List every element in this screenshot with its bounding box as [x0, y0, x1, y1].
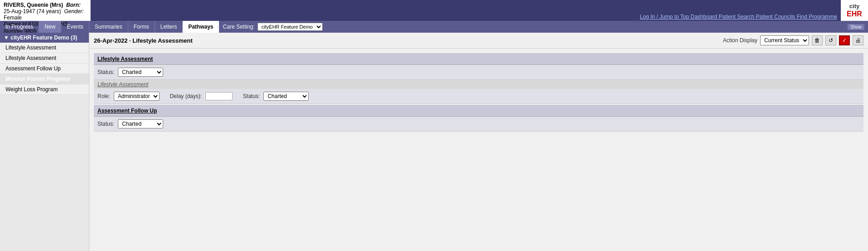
sidebar-item-label-4: Weight Loss Program — [5, 86, 58, 93]
sidebar-item-label-3: Monitor Patient Progress — [5, 76, 70, 82]
city-ehr-logo: city EHR — [841, 0, 868, 21]
sidebar-item-lifestyle-1[interactable]: Lifestyle Assessment — [0, 43, 89, 53]
section-status-row: Status: Charted Pending Cancelled — [94, 65, 863, 80]
section-lifestyle-assessment: Lifestyle Assessment Status: Charted Pen… — [94, 53, 863, 104]
show-btn-area: Show — [848, 24, 868, 30]
subsection-label: Lifestyle Assessment — [97, 81, 148, 88]
sidebar-item-label-0: Lifestyle Assessment — [5, 44, 56, 51]
show-button[interactable]: Show — [848, 24, 864, 30]
tab-in-progress[interactable]: In Progress — [0, 21, 39, 33]
sidebar-group-label: ▼ cityEHR Feature Demo (3) — [4, 34, 78, 41]
refresh-button[interactable]: ↺ — [825, 35, 836, 45]
subsection-row: Role: Administrator Nurse Doctor Delay (… — [94, 89, 863, 104]
top-nav-links[interactable]: Log In / Jump to Top Dashboard Patient S… — [94, 14, 837, 20]
born-label: Born: — [66, 2, 81, 8]
nav-bar: In Progress New Events Summaries Forms L… — [0, 21, 868, 33]
main-content: 26-Apr-2022 · Lifestyle Assessment Actio… — [89, 33, 868, 251]
section-assessment-follow-up: Assessment Follow Up Status: Charted Pen… — [94, 105, 863, 132]
top-header: RIVERS, Queenie (Mrs) Born: 25-Aug-1947 … — [0, 0, 868, 21]
subsection-status-select[interactable]: Charted Pending Cancelled — [263, 92, 309, 101]
tab-events[interactable]: Events — [61, 21, 89, 33]
delay-input[interactable] — [205, 92, 233, 100]
nav-links-text[interactable]: Log In / Jump to Top Dashboard Patient S… — [640, 14, 837, 20]
delay-label: Delay (days): — [170, 93, 202, 99]
status-label-1: Status: — [97, 69, 114, 75]
role-label: Role: — [97, 93, 110, 99]
confirm-button[interactable]: ✓ — [839, 35, 850, 45]
patient-name-text: RIVERS, Queenie (Mrs) — [4, 2, 63, 8]
action-display-select[interactable]: Current Status All Actions Scheduled — [760, 35, 809, 45]
pathway-content: Lifestyle Assessment Status: Charted Pen… — [89, 49, 868, 137]
logo-city: city — [847, 3, 862, 10]
gender-value: Female — [4, 15, 22, 21]
section-status-row-2: Status: Charted Pending Cancelled — [94, 117, 863, 132]
sidebar-item-label-1: Lifestyle Assessment — [5, 55, 56, 61]
section-header-followup: Assessment Follow Up — [94, 105, 863, 117]
section-header-followup-text: Assessment Follow Up — [97, 108, 157, 114]
section-header-text: Lifestyle Assessment — [97, 56, 153, 62]
role-select[interactable]: Administrator Nurse Doctor — [114, 92, 160, 101]
sidebar-group[interactable]: ▼ cityEHR Feature Demo (3) — [0, 33, 89, 43]
patient-info: RIVERS, Queenie (Mrs) Born: 25-Aug-1947 … — [0, 0, 91, 21]
sidebar-item-label-2: Assessment Follow Up — [5, 65, 61, 72]
sidebar-item-weight-loss-program[interactable]: Weight Loss Program — [0, 84, 89, 95]
tab-new[interactable]: New — [39, 21, 61, 33]
action-bar: 26-Apr-2022 · Lifestyle Assessment Actio… — [89, 33, 868, 49]
action-display-label: Action Display — [723, 37, 757, 44]
age-value: (74 years) — [37, 8, 61, 15]
tab-summaries[interactable]: Summaries — [89, 21, 128, 33]
status-label-2: Status: — [97, 121, 114, 127]
status-select-2[interactable]: Charted Pending Cancelled — [118, 119, 163, 128]
action-controls: Action Display Current Status All Action… — [723, 35, 863, 45]
section-header-lifestyle: Lifestyle Assessment — [94, 53, 863, 65]
care-setting-label: Care Setting: — [223, 24, 255, 30]
sidebar-item-monitor-patient-progress[interactable]: Monitor Patient Progress — [0, 74, 89, 84]
sidebar-item-assessment-follow-up[interactable]: Assessment Follow Up — [0, 64, 89, 74]
top-nav-area: Log In / Jump to Top Dashboard Patient S… — [91, 0, 841, 21]
delete-button[interactable]: 🗑 — [812, 35, 823, 45]
print-button[interactable]: 🖨 — [853, 35, 863, 45]
patient-name: RIVERS, Queenie (Mrs) Born: 25-Aug-1947 … — [4, 2, 87, 21]
subsection-status-label: Status: — [243, 93, 260, 99]
tab-forms[interactable]: Forms — [128, 21, 155, 33]
sidebar-item-lifestyle-2[interactable]: Lifestyle Assessment — [0, 53, 89, 64]
born-value: 25-Aug-1947 — [4, 8, 35, 15]
tab-pathways[interactable]: Pathways — [183, 21, 219, 33]
subsection-header-lifestyle: Lifestyle Assessment — [94, 80, 863, 89]
tab-letters[interactable]: Letters — [155, 21, 183, 33]
care-setting-area: Care Setting: cityEHR Feature Demo — [219, 23, 326, 31]
status-select-1[interactable]: Charted Pending Cancelled — [118, 68, 163, 77]
action-title: 26-Apr-2022 · Lifestyle Assessment — [94, 37, 193, 44]
gender-label: Gender: — [64, 8, 83, 15]
care-setting-select[interactable]: cityEHR Feature Demo — [257, 23, 323, 31]
sidebar: ▼ cityEHR Feature Demo (3) Lifestyle Ass… — [0, 33, 89, 251]
logo-ehr: EHR — [847, 10, 862, 18]
